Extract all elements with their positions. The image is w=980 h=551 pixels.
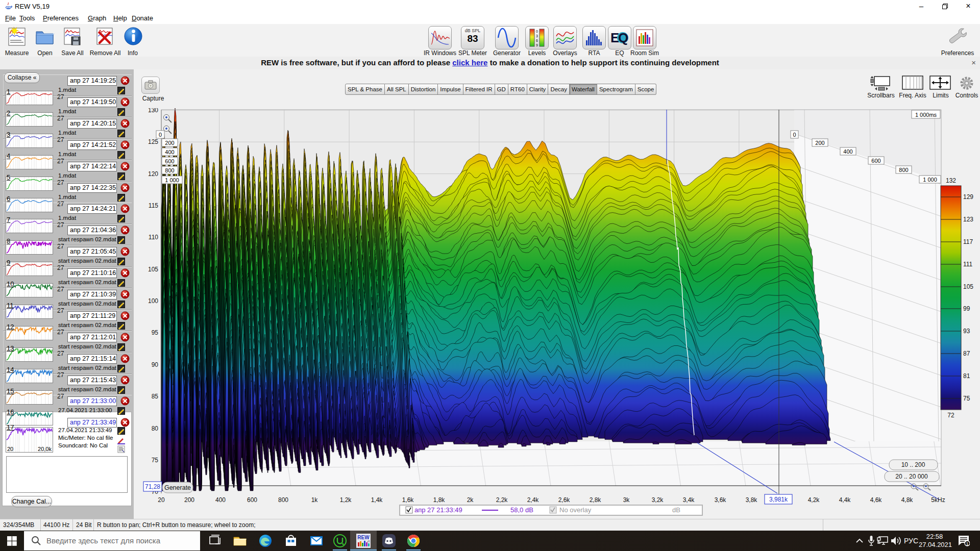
svg-text:200: 200 bbox=[184, 496, 194, 504]
svg-text:1k: 1k bbox=[311, 496, 318, 504]
svg-text:4,4k: 4,4k bbox=[839, 496, 851, 504]
svg-text:20 .. 20 000: 20 .. 20 000 bbox=[895, 473, 928, 480]
svg-text:123: 123 bbox=[963, 216, 973, 223]
svg-text:87: 87 bbox=[963, 350, 970, 357]
svg-text:105: 105 bbox=[963, 283, 973, 290]
svg-text:600: 600 bbox=[871, 158, 880, 164]
svg-text:1 000: 1 000 bbox=[923, 177, 937, 183]
svg-text:120: 120 bbox=[148, 170, 158, 178]
svg-text:400: 400 bbox=[165, 149, 174, 155]
svg-text:95: 95 bbox=[152, 329, 159, 336]
svg-text:132: 132 bbox=[946, 177, 956, 184]
svg-text:2,8k: 2,8k bbox=[590, 496, 602, 504]
svg-text:110: 110 bbox=[149, 234, 158, 241]
svg-text:4,2k: 4,2k bbox=[808, 496, 820, 504]
svg-text:130: 130 bbox=[148, 108, 158, 114]
svg-text:1 000: 1 000 bbox=[165, 177, 179, 183]
svg-text:2,4k: 2,4k bbox=[527, 496, 540, 504]
svg-text:200: 200 bbox=[165, 140, 174, 146]
svg-text:800: 800 bbox=[278, 496, 288, 504]
svg-text:400: 400 bbox=[215, 496, 226, 504]
svg-text:No overlay: No overlay bbox=[559, 506, 592, 514]
svg-text:105: 105 bbox=[148, 266, 158, 273]
svg-text:115: 115 bbox=[149, 202, 158, 209]
svg-text:апр 27 21:33:49: апр 27 21:33:49 bbox=[414, 506, 462, 514]
svg-text:0: 0 bbox=[793, 132, 796, 138]
svg-text:9: 9 bbox=[536, 43, 538, 47]
svg-text:800: 800 bbox=[899, 167, 908, 173]
svg-text:2,6k: 2,6k bbox=[558, 496, 571, 504]
svg-text:99: 99 bbox=[963, 305, 970, 312]
svg-text:75: 75 bbox=[963, 395, 970, 402]
svg-text:dB: dB bbox=[672, 506, 680, 514]
svg-text:111: 111 bbox=[963, 261, 973, 268]
svg-text:4,8k: 4,8k bbox=[901, 496, 914, 504]
svg-text:3,4k: 3,4k bbox=[683, 496, 695, 504]
svg-text:93: 93 bbox=[963, 328, 970, 335]
svg-text:Q: Q bbox=[618, 30, 628, 45]
svg-text:85: 85 bbox=[152, 393, 159, 400]
svg-text:3,6k: 3,6k bbox=[715, 496, 727, 504]
svg-text:1 000ms: 1 000ms bbox=[915, 112, 937, 118]
svg-text:100: 100 bbox=[148, 297, 158, 305]
svg-text:1,8k: 1,8k bbox=[433, 496, 446, 504]
svg-text:3,8k: 3,8k bbox=[746, 496, 758, 504]
svg-text:3,981k: 3,981k bbox=[769, 496, 788, 503]
svg-text:4,6k: 4,6k bbox=[870, 496, 883, 504]
svg-text:1,4k: 1,4k bbox=[371, 496, 383, 504]
svg-text:58,0 dB: 58,0 dB bbox=[510, 506, 533, 514]
svg-text:0: 0 bbox=[536, 30, 538, 33]
svg-text:1,2k: 1,2k bbox=[340, 496, 352, 504]
svg-text:2k: 2k bbox=[467, 496, 474, 504]
svg-text:72: 72 bbox=[947, 412, 954, 419]
svg-text:1,6k: 1,6k bbox=[402, 496, 414, 504]
svg-text:600: 600 bbox=[247, 496, 257, 504]
svg-text:5kHz: 5kHz bbox=[931, 496, 945, 504]
svg-text:80: 80 bbox=[152, 425, 159, 432]
svg-text:Generate: Generate bbox=[164, 484, 191, 491]
svg-text:3: 3 bbox=[536, 34, 538, 38]
svg-text:6: 6 bbox=[536, 39, 538, 42]
svg-text:v5: v5 bbox=[367, 540, 370, 543]
svg-text:2,2k: 2,2k bbox=[496, 496, 508, 504]
svg-text:0: 0 bbox=[159, 132, 162, 138]
svg-text:800: 800 bbox=[165, 167, 174, 173]
svg-text:117: 117 bbox=[963, 238, 973, 245]
svg-text:600: 600 bbox=[165, 158, 174, 164]
svg-text:20: 20 bbox=[158, 496, 165, 504]
svg-text:81: 81 bbox=[963, 372, 970, 380]
svg-text:10 .. 200: 10 .. 200 bbox=[901, 461, 925, 468]
svg-text:3,2k: 3,2k bbox=[652, 496, 664, 504]
svg-text:1: 1 bbox=[966, 541, 968, 546]
svg-text:71,28: 71,28 bbox=[145, 483, 160, 490]
svg-text:125: 125 bbox=[148, 138, 158, 145]
svg-text:129: 129 bbox=[963, 193, 973, 201]
svg-text:75: 75 bbox=[152, 457, 159, 464]
svg-text:3k: 3k bbox=[623, 496, 630, 504]
svg-text:400: 400 bbox=[843, 148, 852, 155]
svg-text:200: 200 bbox=[815, 140, 824, 146]
svg-text:90: 90 bbox=[152, 361, 159, 368]
